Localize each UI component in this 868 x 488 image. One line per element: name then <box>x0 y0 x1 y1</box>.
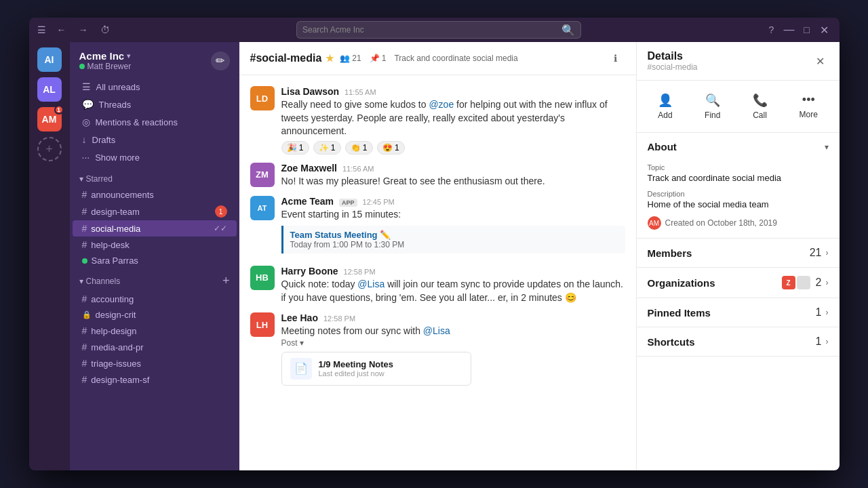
chat-header: #social-media ★ 👥 21 📌 1 Track and coord… <box>239 42 636 75</box>
file-attachment[interactable]: 📄 1/9 Meeting Notes Last edited just now <box>281 352 471 386</box>
nav-section: ☰ All unreads 💬 Threads ◎ Mentions & rea… <box>70 75 239 169</box>
close-button[interactable]: ✕ <box>818 23 831 37</box>
add-channel-button[interactable]: + <box>222 274 230 288</box>
hash-icon: # <box>82 189 87 200</box>
info-button[interactable]: ℹ <box>606 49 625 68</box>
add-label: Add <box>658 110 672 120</box>
details-subtitle: #social-media <box>648 62 698 72</box>
lock-icon: 🔒 <box>82 310 92 319</box>
call-icon: 📞 <box>753 93 768 108</box>
channel-item-help-design[interactable]: # help-design <box>73 323 237 339</box>
message-sender: Harry Boone <box>281 266 338 277</box>
about-section-header[interactable]: About ▾ <box>637 133 840 161</box>
channel-item-announcements[interactable]: # announcements <box>73 186 237 203</box>
channel-meta: 👥 21 📌 1 Track and coordinate social med… <box>340 54 600 63</box>
members-count: 21 › <box>810 247 829 259</box>
channel-item-triage-issues[interactable]: # triage-issues <box>73 355 237 371</box>
workspace-icon-am[interactable]: AM 1 <box>37 107 62 131</box>
message-sender: Acme Team <box>281 196 334 207</box>
search-input[interactable] <box>302 25 561 35</box>
channel-item-design-crit[interactable]: 🔒 design-crit <box>73 307 237 323</box>
sidebar-item-drafts[interactable]: ↓ Drafts <box>73 131 237 148</box>
icon-strip: AI AL AM 1 + <box>29 42 70 470</box>
message-time: 11:55 AM <box>344 88 376 96</box>
message-item: HB Harry Boone 12:58 PM Quick note: toda… <box>250 263 625 307</box>
message-text: Really need to give some kudos to @zoe f… <box>281 98 625 138</box>
mention: @Lisa <box>357 279 384 289</box>
sidebar-item-all-unreads[interactable]: ☰ All unreads <box>73 78 237 96</box>
sidebar: Acme Inc ▾ Matt Brewer ✏ ☰ All unreads 💬 <box>70 42 239 470</box>
forward-button[interactable]: → <box>75 22 92 38</box>
reaction-button[interactable]: ✨ 1 <box>313 141 341 155</box>
hash-icon: # <box>82 223 87 234</box>
about-title: About <box>648 141 677 152</box>
mention: @zoe <box>429 99 454 110</box>
call-button[interactable]: 📞 Call <box>745 89 776 124</box>
channel-item-social-media[interactable]: # social-media ✓✓ <box>73 220 237 237</box>
message-content: Lisa Dawson 11:55 AM Really need to give… <box>281 86 625 155</box>
message-text: Meeting notes from our sync with @Lisa <box>281 325 625 338</box>
channels-section-header[interactable]: ▾ Channels + <box>70 268 239 291</box>
menu-icon[interactable]: ☰ <box>37 24 48 35</box>
search-bar[interactable]: 🔍 <box>296 21 581 39</box>
pinned-section-header[interactable]: Pinned Items 1 › <box>637 298 840 327</box>
drafts-icon: ↓ <box>82 134 87 145</box>
quoted-block: Team Status Meeting ✏️ Today from 1:00 P… <box>281 226 625 253</box>
channel-item-help-desk[interactable]: # help-desk <box>73 237 237 253</box>
more-actions-button[interactable]: ••• More <box>791 89 826 124</box>
help-button[interactable]: ? <box>765 23 778 37</box>
minimize-button[interactable]: — <box>783 23 796 37</box>
org-icon: Z <box>782 276 795 289</box>
close-details-button[interactable]: ✕ <box>812 53 829 69</box>
workspace-icon-ai[interactable]: AI <box>37 47 62 72</box>
workspace-name[interactable]: Acme Inc ▾ <box>79 50 132 62</box>
message-header: Lisa Dawson 11:55 AM <box>281 86 625 97</box>
sidebar-show-more[interactable]: ··· Show more <box>73 148 237 166</box>
pinned-count: 1 › <box>816 306 829 319</box>
workspace-icon-al[interactable]: AL <box>37 77 62 102</box>
back-button[interactable]: ← <box>54 22 70 38</box>
message-time: 12:58 PM <box>344 268 376 276</box>
channel-topic: Track and coordinate social media <box>394 54 517 63</box>
post-link[interactable]: Post ▾ <box>281 338 625 348</box>
organizations-section-header[interactable]: Organizations Z 2 › <box>637 268 840 298</box>
channel-item-media-and-pr[interactable]: # media-and-pr <box>73 339 237 355</box>
history-button[interactable]: ⏱ <box>97 22 113 38</box>
find-label: Find <box>705 110 720 120</box>
channel-item-accounting[interactable]: # accounting <box>73 291 237 307</box>
channel-item-design-team-sf[interactable]: # design-team-sf <box>73 371 237 388</box>
shortcuts-count: 1 › <box>816 336 829 348</box>
reaction-button[interactable]: 🎉 1 <box>281 141 309 155</box>
add-icon: 👤 <box>658 93 673 108</box>
message-content: Harry Boone 12:58 PM Quick note: today @… <box>281 266 625 304</box>
find-button[interactable]: 🔍 Find <box>696 89 728 124</box>
reactions: 🎉 1 ✨ 1 👏 1 😍 1 <box>281 141 625 155</box>
message-text: Quick note: today @Lisa will join our te… <box>281 278 625 304</box>
sidebar-item-threads[interactable]: 💬 Threads <box>73 96 237 113</box>
add-member-button[interactable]: 👤 Add <box>650 89 681 124</box>
star-icon[interactable]: ★ <box>326 53 334 64</box>
dm-item-sara[interactable]: Sara Parras <box>73 253 237 268</box>
online-indicator <box>79 64 85 69</box>
message-text: No! It was my pleasure! Great to see the… <box>281 175 625 188</box>
threads-icon: 💬 <box>82 99 94 110</box>
reaction-button[interactable]: 😍 1 <box>377 141 405 155</box>
members-section-header[interactable]: Members 21 › <box>637 239 840 267</box>
reaction-button[interactable]: 👏 1 <box>345 141 373 155</box>
online-indicator <box>82 258 87 264</box>
shortcuts-section-header[interactable]: Shortcuts 1 › <box>637 327 840 356</box>
add-workspace-button[interactable]: + <box>37 137 62 161</box>
details-actions: 👤 Add 🔍 Find 📞 Call ••• More <box>637 81 840 133</box>
message-time: 12:58 PM <box>323 314 355 323</box>
members-count: 👥 21 <box>340 54 361 63</box>
file-icon: 📄 <box>290 358 312 380</box>
maximize-button[interactable]: □ <box>800 23 814 37</box>
user-status: Matt Brewer <box>79 62 132 71</box>
chat-header-actions: ℹ <box>606 49 625 68</box>
starred-section-header[interactable]: ▾ Starred <box>70 169 239 186</box>
app-badge: APP <box>339 199 357 207</box>
compose-button[interactable]: ✏ <box>211 52 230 70</box>
channel-item-design-team[interactable]: # design-team 1 <box>73 203 237 220</box>
quoted-subtitle: Today from 1:00 PM to 1:30 PM <box>290 240 618 249</box>
sidebar-item-mentions[interactable]: ◎ Mentions & reactions <box>73 113 237 131</box>
